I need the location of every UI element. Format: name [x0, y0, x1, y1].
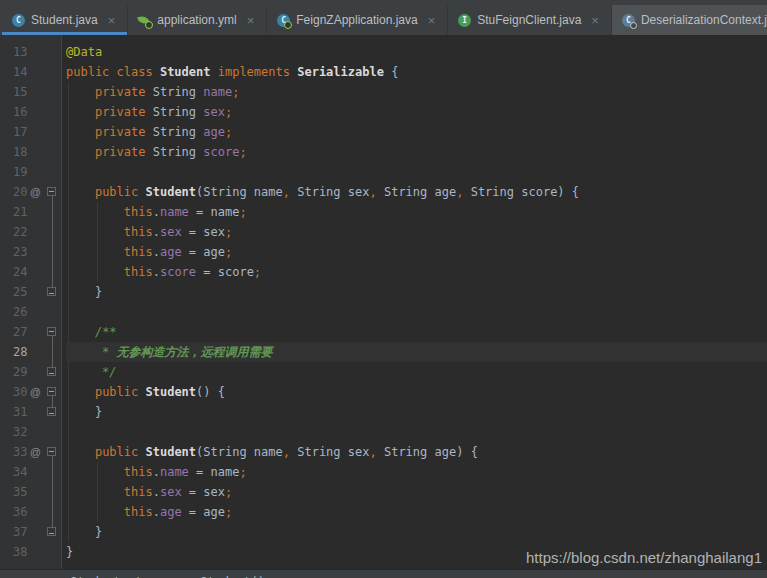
code-token: age	[203, 125, 225, 139]
code-token: Serializable	[297, 65, 391, 79]
code-token	[66, 125, 95, 139]
code-line-34[interactable]: this.name = name;	[66, 462, 767, 482]
code-line-21[interactable]: this.name = name;	[66, 202, 767, 222]
fold-start-icon[interactable]	[47, 327, 56, 336]
code-token: ;	[239, 145, 246, 159]
code-line-26[interactable]	[66, 302, 767, 322]
code-token: ,	[283, 445, 290, 459]
code-token	[66, 85, 95, 99]
line-number: 16	[0, 102, 28, 122]
code-editor: 1314151617181920@21222324252627282930@31…	[0, 35, 767, 569]
tab-deserializationcontext-ja[interactable]: CDeserializationContext.ja	[612, 5, 767, 35]
gutter-row[interactable]: 18	[0, 142, 61, 162]
gutter-row[interactable]: 26	[0, 302, 61, 322]
tab-feignzapplication-java[interactable]: CFeignZApplication.java×	[267, 5, 448, 35]
code-token: = age	[182, 245, 225, 259]
code-line-14[interactable]: public class Student implements Serializ…	[66, 62, 767, 82]
code-line-20[interactable]: public Student(String name, String sex, …	[66, 182, 767, 202]
code-line-31[interactable]: }	[66, 402, 767, 422]
code-token	[66, 205, 124, 219]
code-area[interactable]: @Datapublic class Student implements Ser…	[62, 35, 767, 569]
code-line-22[interactable]: this.sex = sex;	[66, 222, 767, 242]
tab-application-yml[interactable]: application.yml×	[128, 5, 267, 35]
close-tab-icon[interactable]: ×	[106, 14, 118, 27]
tab-stufeignclient-java[interactable]: IStuFeignClient.java×	[448, 5, 612, 35]
code-token: sex	[203, 105, 225, 119]
code-line-13[interactable]: @Data	[66, 42, 767, 62]
fold-end-icon[interactable]	[47, 527, 56, 536]
code-token: = score	[196, 265, 254, 279]
line-number: 17	[0, 122, 28, 142]
code-token	[66, 445, 95, 459]
code-token: .	[153, 205, 160, 219]
code-token: ;	[225, 105, 232, 119]
line-number: 28	[0, 342, 28, 362]
editor-tab-bar: CStudent.java×application.yml×CFeignZApp…	[0, 0, 767, 35]
code-line-33[interactable]: public Student(String name, String sex, …	[66, 442, 767, 462]
gutter-row[interactable]: 16	[0, 102, 61, 122]
fold-column	[43, 302, 61, 322]
code-token: /**	[95, 325, 117, 339]
code-line-37[interactable]: }	[66, 522, 767, 542]
code-line-29[interactable]: */	[66, 362, 767, 382]
tab-label: Student.java	[31, 13, 98, 27]
code-token: name	[160, 465, 189, 479]
line-number: 20	[0, 182, 28, 202]
code-line-32[interactable]	[66, 422, 767, 442]
code-token: .	[153, 265, 160, 279]
code-line-35[interactable]: this.sex = sex;	[66, 482, 767, 502]
code-line-17[interactable]: private String age;	[66, 122, 767, 142]
fold-region-line	[52, 196, 53, 288]
annotation-gutter-icon: @	[28, 442, 44, 462]
code-token: private	[95, 85, 153, 99]
code-line-18[interactable]: private String score;	[66, 142, 767, 162]
code-token: public class	[66, 65, 160, 79]
code-token	[66, 145, 95, 159]
close-tab-icon[interactable]: ×	[245, 14, 257, 27]
code-line-24[interactable]: this.score = score;	[66, 262, 767, 282]
fold-end-icon[interactable]	[47, 407, 56, 416]
close-tab-icon[interactable]: ×	[589, 14, 601, 27]
fold-end-icon[interactable]	[47, 287, 56, 296]
fold-start-icon[interactable]	[47, 387, 56, 396]
code-line-16[interactable]: private String sex;	[66, 102, 767, 122]
code-line-27[interactable]: /**	[66, 322, 767, 342]
code-line-28[interactable]: * 无参构造方法，远程调用需要	[66, 342, 767, 362]
fold-start-icon[interactable]	[47, 187, 56, 196]
code-line-36[interactable]: this.age = age;	[66, 502, 767, 522]
line-number: 38	[0, 542, 28, 562]
fold-start-icon[interactable]	[47, 447, 56, 456]
fold-end-icon[interactable]	[47, 367, 56, 376]
code-line-19[interactable]	[66, 162, 767, 182]
code-token: String score	[463, 185, 557, 199]
line-number: 26	[0, 302, 28, 322]
code-token: String	[153, 85, 204, 99]
gutter-row[interactable]: 14	[0, 62, 61, 82]
gutter-row[interactable]: 15	[0, 82, 61, 102]
close-tab-icon[interactable]: ×	[426, 14, 438, 27]
code-token: .	[153, 245, 160, 259]
code-line-15[interactable]: private String name;	[66, 82, 767, 102]
fold-column	[43, 142, 61, 162]
icon-letter: C	[277, 14, 290, 27]
tab-student-java[interactable]: CStudent.java×	[2, 5, 128, 35]
code-token: ;	[225, 125, 232, 139]
code-token: *	[66, 345, 117, 359]
code-line-25[interactable]: }	[66, 282, 767, 302]
gutter-row[interactable]: 19	[0, 162, 61, 182]
code-token	[66, 225, 124, 239]
code-token: this	[124, 245, 153, 259]
code-line-23[interactable]: this.age = age;	[66, 242, 767, 262]
code-token: this	[124, 505, 153, 519]
line-number: 24	[0, 262, 28, 282]
code-line-30[interactable]: public Student() {	[66, 382, 767, 402]
line-number: 33	[0, 442, 28, 462]
line-number: 32	[0, 422, 28, 442]
gutter-row[interactable]: 32	[0, 422, 61, 442]
gutter-row[interactable]: 17	[0, 122, 61, 142]
line-number: 19	[0, 162, 28, 182]
code-token: ,	[369, 445, 376, 459]
gutter-row[interactable]: 38	[0, 542, 61, 562]
code-token: */	[66, 365, 117, 379]
gutter-row[interactable]: 13	[0, 42, 61, 62]
